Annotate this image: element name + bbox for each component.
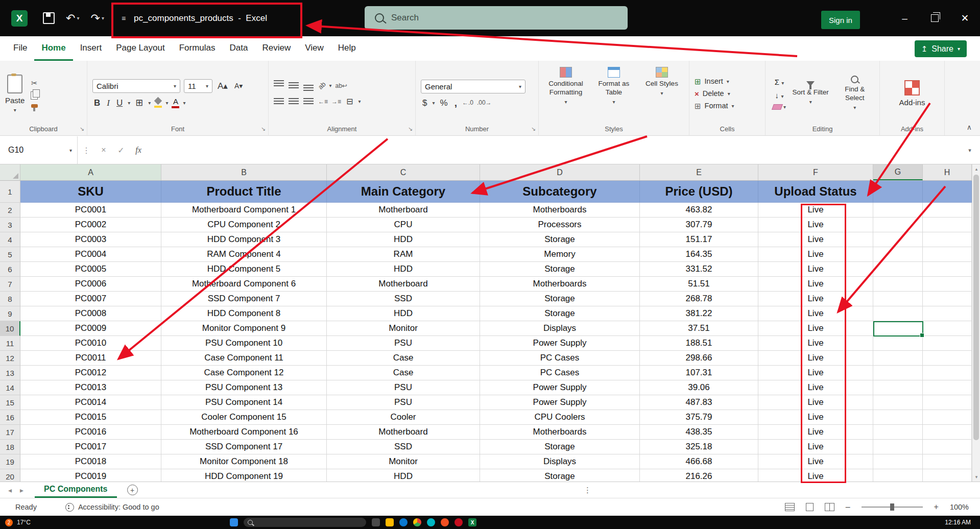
percent-format-button[interactable]: % bbox=[439, 99, 449, 107]
cell-empty[interactable] bbox=[873, 410, 923, 425]
task-view-icon[interactable] bbox=[372, 518, 380, 526]
save-icon[interactable] bbox=[43, 12, 55, 24]
cell-empty[interactable] bbox=[923, 247, 972, 262]
cell-subcategory[interactable]: Storage bbox=[480, 292, 640, 306]
cell-empty[interactable] bbox=[923, 262, 972, 277]
tab-view[interactable]: View bbox=[298, 43, 331, 61]
header-cell-empty[interactable] bbox=[923, 181, 972, 203]
cell-subcategory[interactable]: Power Supply bbox=[480, 395, 640, 410]
header-cell-upload-status[interactable]: Upload Status bbox=[758, 181, 873, 203]
page-layout-view-icon[interactable] bbox=[806, 503, 814, 511]
cell-upload-status[interactable]: Live bbox=[758, 395, 873, 410]
cell-upload-status[interactable]: Live bbox=[758, 366, 873, 380]
cell-product-title[interactable]: CPU Component 2 bbox=[161, 218, 327, 232]
select-all-corner[interactable] bbox=[0, 164, 20, 180]
start-icon[interactable] bbox=[230, 518, 238, 526]
sort-filter-button[interactable]: Sort & Filter ▾ bbox=[790, 81, 831, 105]
increase-font-size-button[interactable]: A▴ bbox=[216, 82, 229, 90]
cell-product-title[interactable]: Case Component 11 bbox=[161, 351, 327, 366]
column-header-b[interactable]: B bbox=[161, 164, 327, 180]
cell-empty[interactable] bbox=[923, 292, 972, 306]
cell-upload-status[interactable]: Live bbox=[758, 410, 873, 425]
tab-file[interactable]: File bbox=[6, 43, 34, 61]
merge-center-caret-icon[interactable]: ▾ bbox=[358, 99, 361, 104]
cell-styles-button[interactable]: Cell Styles ▾ bbox=[640, 67, 684, 97]
cell-upload-status[interactable]: Live bbox=[758, 262, 873, 277]
cell-price[interactable]: 381.22 bbox=[640, 306, 758, 321]
cell-sku[interactable]: PC0011 bbox=[20, 351, 161, 366]
cell-empty[interactable] bbox=[873, 440, 923, 454]
undo-icon[interactable]: ↶ bbox=[66, 13, 75, 24]
column-header-e[interactable]: E bbox=[640, 164, 758, 180]
font-color-caret-icon[interactable]: ▾ bbox=[183, 100, 185, 106]
column-header-g[interactable]: G bbox=[873, 164, 923, 180]
cell-empty[interactable] bbox=[873, 351, 923, 366]
cell-price[interactable]: 331.52 bbox=[640, 262, 758, 277]
cell-sku[interactable]: PC0014 bbox=[20, 395, 161, 410]
cell-price[interactable]: 37.51 bbox=[640, 321, 758, 336]
cell-subcategory[interactable]: Storage bbox=[480, 262, 640, 277]
cell-upload-status[interactable]: Live bbox=[758, 440, 873, 454]
cell-main-category[interactable]: Monitor bbox=[327, 321, 480, 336]
cell-main-category[interactable]: PSU bbox=[327, 395, 480, 410]
normal-view-icon[interactable] bbox=[785, 503, 795, 511]
weather-widget[interactable]: 17°C bbox=[17, 519, 31, 526]
cell-price[interactable]: 51.51 bbox=[640, 277, 758, 292]
name-box[interactable]: G10 ▾ bbox=[0, 136, 78, 164]
cell-empty[interactable] bbox=[873, 306, 923, 321]
cell-main-category[interactable]: Motherboard bbox=[327, 203, 480, 218]
currency-format-button[interactable]: $ bbox=[421, 99, 428, 107]
cell-empty[interactable] bbox=[873, 262, 923, 277]
header-cell-subcategory[interactable]: Subcategory bbox=[480, 181, 640, 203]
font-dialog-launcher-icon[interactable]: ↘ bbox=[261, 126, 266, 132]
vertical-scrollbar[interactable]: ▴ ▾ bbox=[972, 164, 980, 482]
autosum-button[interactable]: Σ ▾ bbox=[775, 78, 784, 87]
header-cell-empty[interactable] bbox=[873, 181, 923, 203]
cell-upload-status[interactable]: Live bbox=[758, 232, 873, 247]
column-header-c[interactable]: C bbox=[327, 164, 480, 180]
cell-subcategory[interactable]: Power Supply bbox=[480, 380, 640, 395]
cell-upload-status[interactable]: Live bbox=[758, 277, 873, 292]
cell-product-title[interactable]: RAM Component 4 bbox=[161, 247, 327, 262]
cell-subcategory[interactable]: Displays bbox=[480, 321, 640, 336]
row-number[interactable]: 15 bbox=[0, 395, 20, 410]
cell-sku[interactable]: PC0004 bbox=[20, 247, 161, 262]
cell-empty[interactable] bbox=[873, 247, 923, 262]
align-right-icon[interactable] bbox=[303, 96, 315, 107]
cell-empty[interactable] bbox=[873, 336, 923, 351]
cell-empty[interactable] bbox=[923, 440, 972, 454]
redo-caret-icon[interactable]: ▾ bbox=[102, 15, 104, 21]
cell-product-title[interactable]: HDD Component 3 bbox=[161, 232, 327, 247]
cell-upload-status[interactable]: Live bbox=[758, 380, 873, 395]
cell-product-title[interactable]: HDD Component 8 bbox=[161, 306, 327, 321]
cell-subcategory[interactable]: Storage bbox=[480, 306, 640, 321]
edge-icon[interactable] bbox=[399, 518, 408, 526]
cell-product-title[interactable]: Monitor Component 9 bbox=[161, 321, 327, 336]
tab-help[interactable]: Help bbox=[331, 43, 363, 61]
zoom-level[interactable]: 100% bbox=[950, 503, 969, 511]
file-explorer-icon[interactable] bbox=[386, 518, 394, 526]
currency-caret-icon[interactable]: ▾ bbox=[432, 100, 435, 106]
cell-empty[interactable] bbox=[873, 292, 923, 306]
font-color-icon[interactable]: A bbox=[172, 98, 179, 108]
search-input[interactable]: Search bbox=[365, 6, 628, 30]
row-number[interactable]: 18 bbox=[0, 440, 20, 454]
cell-sku[interactable]: PC0018 bbox=[20, 454, 161, 469]
cell-product-title[interactable]: PSU Component 10 bbox=[161, 336, 327, 351]
cell-empty[interactable] bbox=[873, 380, 923, 395]
row-number[interactable]: 3 bbox=[0, 218, 20, 232]
cell-main-category[interactable]: PSU bbox=[327, 380, 480, 395]
cell-sku[interactable]: PC0019 bbox=[20, 469, 161, 482]
scroll-down-icon[interactable]: ▾ bbox=[972, 472, 980, 482]
cell-empty[interactable] bbox=[923, 321, 972, 336]
chrome-icon[interactable] bbox=[413, 518, 421, 526]
cell-product-title[interactable]: Cooler Component 15 bbox=[161, 410, 327, 425]
conditional-formatting-button[interactable]: Conditional Formatting ▾ bbox=[544, 67, 588, 105]
cell-subcategory[interactable]: Power Supply bbox=[480, 336, 640, 351]
underline-button[interactable]: U bbox=[115, 99, 124, 107]
active-cell-selection[interactable] bbox=[873, 321, 923, 336]
cell-empty[interactable] bbox=[873, 366, 923, 380]
tab-formulas[interactable]: Formulas bbox=[172, 43, 223, 61]
scroll-up-icon[interactable]: ▴ bbox=[972, 164, 980, 174]
cell-empty[interactable] bbox=[923, 395, 972, 410]
